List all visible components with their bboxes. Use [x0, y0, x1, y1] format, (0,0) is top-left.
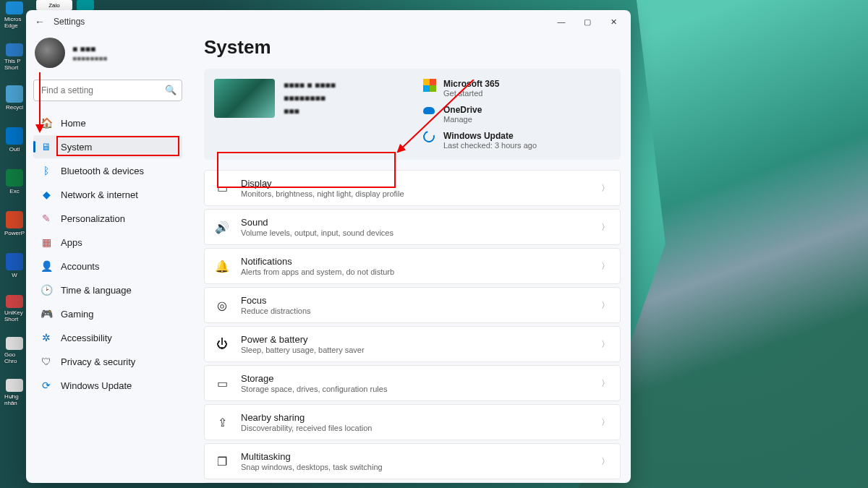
- search-icon: 🔍: [165, 85, 176, 95]
- card-sub: Sleep, battery usage, battery saver: [241, 346, 590, 354]
- nav-item-apps[interactable]: ▦Apps: [33, 231, 182, 254]
- desktop-icon[interactable]: W: [4, 253, 25, 281]
- nav-item-accessibility[interactable]: ✲Accessibility: [33, 326, 182, 349]
- nav-icon: 👤: [41, 260, 52, 272]
- nav-item-gaming[interactable]: 🎮Gaming: [33, 302, 182, 325]
- nav-label: Time & language: [61, 285, 132, 296]
- card-icon: ◎: [215, 298, 229, 312]
- nav-item-home[interactable]: 🏠Home: [33, 111, 182, 134]
- nav-icon: 🛡: [41, 356, 52, 367]
- settings-window: ← Settings ― ▢ ✕ ■ ■■■ ■■■■■■■■ 🔍 🏠Home🖥…: [26, 10, 631, 483]
- card-focus[interactable]: ◎FocusReduce distractions〉: [204, 287, 621, 323]
- nav-label: Bluetooth & devices: [61, 166, 144, 176]
- card-sub: Alerts from apps and system, do not dist…: [241, 267, 590, 276]
- card-sub: Discoverability, received files location: [241, 424, 590, 432]
- profile-name: ■ ■■■: [72, 44, 107, 54]
- card-icon: ⏻: [215, 337, 229, 351]
- card-title: Nearby sharing: [241, 412, 590, 423]
- profile-email: ■■■■■■■■: [72, 54, 107, 62]
- pc-rename: ■■■: [284, 105, 336, 118]
- nav-label: Privacy & security: [61, 356, 135, 367]
- m365-title: Microsoft 365: [443, 79, 499, 89]
- card-title: Power & battery: [241, 334, 590, 345]
- nav-icon: ▦: [41, 236, 52, 248]
- search-box[interactable]: 🔍: [33, 80, 182, 101]
- pc-thumbnail: [214, 79, 275, 118]
- card-sub: Volume levels, output, input, sound devi…: [241, 228, 590, 237]
- winupdate-title: Windows Update: [443, 131, 537, 141]
- nav-list: 🏠Home🖥SystemᛒBluetooth & devices◆Network…: [33, 111, 182, 397]
- maximize-button[interactable]: ▢: [574, 12, 600, 31]
- desktop-icon[interactable]: Hưng nhân: [4, 379, 25, 406]
- nav-item-time-language[interactable]: 🕑Time & language: [33, 278, 182, 301]
- nav-item-system[interactable]: 🖥System: [33, 135, 182, 158]
- open-app-tabs: Zalo: [36, 0, 94, 10]
- search-input[interactable]: [33, 80, 182, 101]
- desktop-icon[interactable]: Recycl: [4, 85, 25, 113]
- chevron-right-icon: 〉: [601, 299, 610, 312]
- nav-icon: 🕑: [41, 284, 52, 296]
- nav-item-personalization[interactable]: ✎Personalization: [33, 207, 182, 230]
- desktop-icon[interactable]: PowerP: [4, 211, 25, 239]
- desktop-icon[interactable]: This P Short: [4, 43, 25, 71]
- nav-icon: ✎: [41, 213, 52, 224]
- taskbar-zalo[interactable]: Zalo: [36, 0, 72, 10]
- close-button[interactable]: ✕: [600, 12, 626, 31]
- card-multitasking[interactable]: ❐MultitaskingSnap windows, desktops, tas…: [204, 443, 621, 479]
- nav-icon: ᛒ: [41, 165, 52, 176]
- card-title: Sound: [241, 217, 590, 228]
- card-title: Notifications: [241, 256, 590, 267]
- nav-item-bluetooth-devices[interactable]: ᛒBluetooth & devices: [33, 159, 182, 182]
- onedrive-title: OneDrive: [443, 105, 482, 115]
- card-storage[interactable]: ▭StorageStorage space, drives, configura…: [204, 365, 621, 401]
- card-sound[interactable]: 🔊SoundVolume levels, output, input, soun…: [204, 209, 621, 245]
- nav-icon: ✲: [41, 332, 52, 343]
- nav-label: Home: [61, 118, 86, 129]
- chevron-right-icon: 〉: [601, 260, 610, 273]
- window-titlebar: ← Settings ― ▢ ✕: [26, 10, 631, 33]
- app-name: Settings: [54, 17, 85, 27]
- card-title: Focus: [241, 295, 590, 306]
- card-notifications[interactable]: 🔔NotificationsAlerts from apps and syste…: [204, 248, 621, 284]
- card-for-developers[interactable]: 〈〉For developersThese settings are inten…: [204, 482, 621, 483]
- pc-info[interactable]: ■■■■ ■ ■■■■ ■■■■■■■■ ■■■: [214, 79, 401, 124]
- service-m365[interactable]: Microsoft 365Get started: [423, 79, 610, 98]
- card-title: Storage: [241, 373, 590, 384]
- card-title: Display: [241, 178, 590, 189]
- chevron-right-icon: 〉: [601, 221, 610, 234]
- nav-item-network-internet[interactable]: ◆Network & internet: [33, 183, 182, 206]
- card-nearby-sharing[interactable]: ⇪Nearby sharingDiscoverability, received…: [204, 404, 621, 440]
- desktop-icon[interactable]: Goo Chro: [4, 337, 25, 364]
- back-button[interactable]: ←: [30, 12, 49, 31]
- user-profile[interactable]: ■ ■■■ ■■■■■■■■: [33, 33, 182, 77]
- nav-label: Network & internet: [61, 189, 138, 200]
- winupdate-sub: Last checked: 3 hours ago: [443, 141, 537, 150]
- desktop-icon[interactable]: Micros Edge: [4, 1, 25, 29]
- nav-label: Windows Update: [61, 380, 132, 391]
- card-power-battery[interactable]: ⏻Power & batterySleep, battery usage, ba…: [204, 326, 621, 362]
- nav-item-windows-update[interactable]: ⟳Windows Update: [33, 374, 182, 397]
- nav-label: Accounts: [61, 261, 99, 272]
- pc-name: ■■■■ ■ ■■■■: [284, 79, 336, 92]
- nav-label: Gaming: [61, 309, 94, 320]
- card-icon: ❐: [215, 454, 229, 468]
- nav-item-accounts[interactable]: 👤Accounts: [33, 254, 182, 278]
- settings-card-list: ▭DisplayMonitors, brightness, night ligh…: [204, 170, 621, 483]
- card-display[interactable]: ▭DisplayMonitors, brightness, night ligh…: [204, 170, 621, 206]
- service-winupdate[interactable]: Windows UpdateLast checked: 3 hours ago: [423, 131, 610, 150]
- pc-model: ■■■■■■■■: [284, 92, 336, 105]
- desktop-icon[interactable]: Exc: [4, 169, 25, 197]
- card-sub: Reduce distractions: [241, 307, 590, 315]
- nav-item-privacy-security[interactable]: 🛡Privacy & security: [33, 350, 182, 373]
- nav-icon: ⟳: [41, 380, 52, 391]
- card-icon: ▭: [215, 376, 229, 390]
- desktop-icon[interactable]: UniKey Short: [4, 295, 25, 322]
- desktop-icon[interactable]: Outl: [4, 127, 25, 155]
- service-onedrive[interactable]: OneDriveManage: [423, 105, 610, 124]
- onedrive-icon: [423, 105, 436, 118]
- nav-icon: ◆: [41, 189, 52, 200]
- taskbar-arduino[interactable]: [77, 0, 94, 10]
- hero-panel: ■■■■ ■ ■■■■ ■■■■■■■■ ■■■ Microsoft 365Ge…: [204, 69, 621, 160]
- card-icon: 🔊: [215, 220, 229, 234]
- minimize-button[interactable]: ―: [548, 12, 574, 31]
